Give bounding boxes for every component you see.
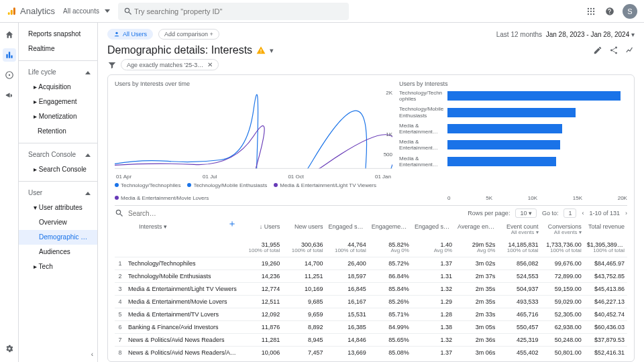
insights-icon[interactable] — [625, 46, 635, 55]
sidebar-group-lifecycle[interactable]: Life cycle — [19, 65, 97, 80]
svg-point-21 — [610, 50, 612, 52]
svg-point-10 — [590, 13, 592, 14]
svg-rect-0 — [8, 12, 10, 15]
goto-page[interactable]: 1 — [564, 208, 576, 218]
bar-row: Media & Entertainment… — [399, 156, 627, 168]
svg-point-5 — [593, 7, 594, 9]
col-event-count[interactable]: Event countAll events ▾ — [498, 221, 541, 239]
nav-rail — [0, 23, 19, 362]
rail-home-icon[interactable] — [3, 28, 16, 42]
search-icon — [115, 208, 124, 218]
chart-users-by-interests: Users by Interests Technology/Technophil… — [399, 80, 627, 201]
brand: Analytics — [7, 6, 55, 16]
col-conversions[interactable]: ConversionsAll events ▾ — [541, 221, 584, 239]
date-range[interactable]: Last 12 months Jan 28, 2023 - Jan 28, 20… — [496, 31, 635, 38]
table-row[interactable]: 6Banking & Finance/Avid Investors11,8768… — [115, 320, 627, 333]
sidebar-item-demographic[interactable]: Demographic details — [19, 230, 97, 245]
svg-point-6 — [588, 10, 589, 11]
sidebar-item-retention[interactable]: Retention — [19, 124, 97, 139]
data-table: Interests ▾ ＋ ↓ Users New users Engaged … — [115, 221, 627, 357]
sidebar-item-tech[interactable]: ▸ Tech — [19, 259, 97, 274]
people-icon — [113, 31, 120, 38]
help-icon[interactable] — [604, 5, 616, 17]
global-search[interactable] — [118, 3, 349, 20]
close-icon[interactable]: ✕ — [207, 61, 213, 68]
col-esu[interactable]: Engaged sessions per user — [412, 221, 455, 239]
title-dropdown-icon[interactable]: ▾ — [270, 46, 274, 55]
table-row[interactable]: 5Media & Entertainment/TV Lovers12,0929,… — [115, 308, 627, 320]
table-row[interactable]: 8News & Politics/Avid News Readers/Avid … — [115, 346, 627, 357]
sidebar-group-sc[interactable]: Search Console — [19, 147, 97, 162]
app-header: Analytics All accounts S — [0, 0, 644, 23]
bar-row: Media & Entertainment… — [399, 123, 627, 135]
sidebar-group-user[interactable]: User — [19, 186, 97, 200]
global-search-input[interactable] — [133, 7, 343, 16]
rows-per-page[interactable]: 10 ▾ — [515, 208, 537, 218]
col-users[interactable]: ↓ Users — [239, 221, 282, 239]
chart-title: Users by Interests over time — [115, 80, 392, 87]
svg-rect-12 — [6, 54, 7, 58]
svg-rect-2 — [13, 7, 15, 15]
sidebar-item-realtime[interactable]: Realtime — [19, 42, 97, 56]
table-search-input[interactable] — [127, 209, 462, 218]
rail-admin-icon[interactable] — [3, 342, 16, 355]
svg-point-11 — [593, 13, 594, 14]
next-page-icon[interactable]: › — [625, 210, 627, 217]
chip-all-users[interactable]: All Users — [107, 29, 153, 40]
svg-point-16 — [8, 74, 9, 76]
svg-point-9 — [588, 13, 589, 14]
customize-icon[interactable] — [593, 46, 602, 55]
sidebar-collapse-icon[interactable]: ‹ — [91, 351, 93, 358]
avatar[interactable]: S — [623, 4, 637, 19]
bar-row: Media & Entertainment… — [399, 139, 627, 151]
rail-explore-icon[interactable] — [3, 68, 16, 82]
pagination-range: 1-10 of 131 — [589, 210, 620, 217]
rail-reports-icon[interactable] — [3, 48, 16, 62]
sidebar-item-user-attributes[interactable]: ▾ User attributes — [19, 200, 97, 215]
sidebar-item-overview[interactable]: Overview — [19, 215, 97, 230]
account-switcher[interactable]: All accounts — [63, 7, 110, 15]
rail-advertising-icon[interactable] — [3, 88, 16, 102]
analytics-logo-icon — [7, 7, 16, 16]
apps-icon[interactable] — [585, 5, 597, 17]
active-filter-chip[interactable]: Age exactly matches '25-3…✕ — [121, 59, 219, 70]
table-row[interactable]: 1Technology/Technophiles19,26014,70026,4… — [115, 257, 627, 269]
svg-point-7 — [590, 10, 592, 11]
report-card: Users by Interests over time 2K 1K 500 0… — [107, 74, 635, 362]
svg-point-4 — [590, 7, 592, 9]
prev-page-icon[interactable]: ‹ — [582, 210, 584, 217]
svg-rect-13 — [8, 52, 9, 58]
table-row[interactable]: 7News & Politics/Avid News Readers11,281… — [115, 333, 627, 346]
col-aeg[interactable]: Average engagement time — [455, 221, 498, 239]
share-icon[interactable] — [609, 46, 619, 55]
table-totals-row: 31,955100% of total 300,636100% of total… — [115, 239, 627, 257]
svg-rect-18 — [261, 49, 262, 52]
page-title: Demographic details: Interests — [107, 44, 252, 56]
col-revenue[interactable]: Total revenue — [584, 221, 627, 239]
sidebar-item-engagement[interactable]: ▸ Engagement — [19, 95, 97, 109]
col-engaged-sessions[interactable]: Engaged sessions — [325, 221, 368, 239]
brand-title: Analytics — [20, 6, 55, 16]
sidebar-item-sc[interactable]: ▸ Search Console — [19, 162, 97, 177]
sidebar-item-monetization[interactable]: ▸ Monetization — [19, 109, 97, 124]
svg-point-20 — [615, 46, 617, 48]
sidebar-item-audiences[interactable]: Audiences — [19, 245, 97, 259]
table-row[interactable]: 2Technology/Mobile Enthusiasts14,23611,2… — [115, 269, 627, 282]
sidebar-item-acquisition[interactable]: ▸ Acquisition — [19, 80, 97, 95]
svg-rect-14 — [11, 56, 12, 58]
svg-rect-1 — [11, 9, 13, 15]
warning-icon[interactable] — [256, 46, 266, 55]
svg-point-8 — [593, 10, 594, 11]
sidebar-item-snapshot[interactable]: Reports snapshot — [19, 27, 97, 42]
filter-icon — [107, 60, 117, 70]
chart-x-axis: 01 Apr01 Jul01 Oct01 Jan — [115, 174, 392, 180]
table-search[interactable] — [115, 208, 462, 218]
chart-title: Users by Interests — [399, 80, 627, 87]
table-row[interactable]: 3Media & Entertainment/Light TV Viewers1… — [115, 282, 627, 295]
svg-point-3 — [588, 7, 589, 9]
col-engagement-rate[interactable]: Engagement rate — [369, 221, 412, 239]
col-interests[interactable]: Interests ▾ ＋ — [125, 221, 239, 239]
col-new-users[interactable]: New users — [282, 221, 325, 239]
table-row[interactable]: 4Media & Entertainment/Movie Lovers12,51… — [115, 295, 627, 308]
chip-add-comparison[interactable]: Add comparison + — [158, 29, 219, 40]
